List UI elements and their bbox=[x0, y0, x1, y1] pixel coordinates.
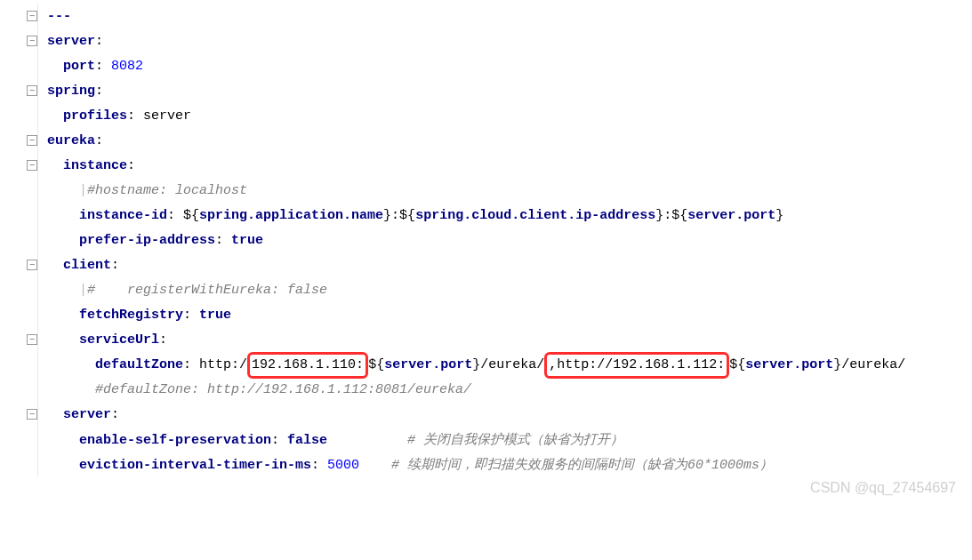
code-editor[interactable]: − --- − server: port: 8082 − spring: pro… bbox=[0, 0, 972, 503]
code-line: prefer-ip-address: true bbox=[38, 233, 972, 248]
fold-toggle[interactable]: − bbox=[27, 11, 37, 21]
fold-toggle[interactable]: − bbox=[27, 160, 37, 171]
code-line: #defaultZone: http://192.168.1.112:8081/… bbox=[38, 382, 972, 397]
code-line: enable-self-preservation: false # 关闭自我保护… bbox=[38, 431, 972, 448]
code-line: --- bbox=[38, 9, 972, 24]
code-line: eviction-interval-timer-in-ms: 5000 # 续期… bbox=[38, 456, 972, 473]
code-line: defaultZone: http:/192.168.1.110:${serve… bbox=[38, 357, 972, 372]
highlight-ip-1: 192.168.1.110: bbox=[247, 352, 368, 379]
code-line: instance: bbox=[38, 158, 972, 173]
fold-toggle[interactable]: − bbox=[27, 36, 37, 46]
fold-gutter: − bbox=[0, 4, 38, 28]
code-line: eureka: bbox=[38, 133, 972, 148]
fold-toggle[interactable]: − bbox=[27, 334, 37, 345]
code-line: instance-id: ${spring.application.name}:… bbox=[38, 208, 972, 223]
code-line: client: bbox=[38, 258, 972, 273]
code-line: |#hostname: localhost bbox=[38, 183, 972, 198]
code-line: spring: bbox=[38, 84, 972, 99]
code-line: |# registerWithEureka: false bbox=[38, 283, 972, 298]
watermark: CSDN @qq_27454697 bbox=[810, 480, 956, 496]
code-line: server: bbox=[38, 34, 972, 49]
highlight-ip-2: ,http://192.168.1.112: bbox=[544, 352, 729, 379]
code-line: server: bbox=[38, 407, 972, 422]
code-line: fetchRegistry: true bbox=[38, 308, 972, 323]
fold-toggle[interactable]: − bbox=[27, 135, 37, 146]
fold-toggle[interactable]: − bbox=[27, 409, 37, 420]
code-line: profiles: server bbox=[38, 108, 972, 124]
fold-toggle[interactable]: − bbox=[27, 260, 37, 270]
fold-toggle[interactable]: − bbox=[27, 85, 37, 96]
code-line: port: 8082 bbox=[38, 59, 972, 74]
code-line: serviceUrl: bbox=[38, 332, 972, 348]
